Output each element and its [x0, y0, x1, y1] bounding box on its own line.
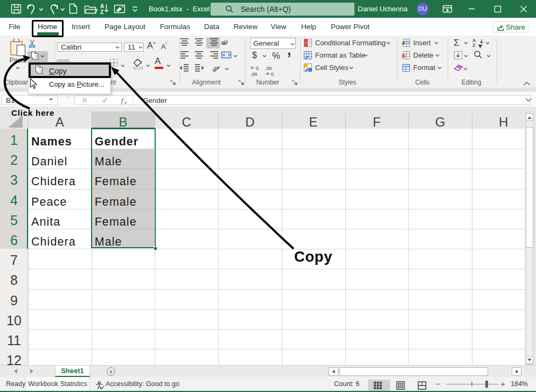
svg-text:Z: Z [472, 43, 476, 48]
svg-text:0: 0 [256, 66, 259, 71]
svg-text:x: x [124, 100, 127, 105]
svg-text:A: A [100, 3, 104, 9]
svg-text:.00: .00 [250, 72, 257, 77]
svg-text:.00: .00 [265, 66, 272, 71]
svg-text:0: 0 [271, 72, 274, 77]
svg-text:Z: Z [100, 9, 103, 15]
svg-text:ab: ab [211, 65, 219, 73]
